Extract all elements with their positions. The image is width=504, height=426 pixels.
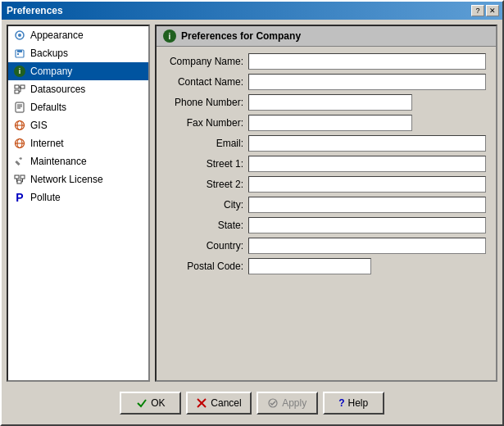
ok-label: OK xyxy=(151,397,165,409)
fax-number-label: Fax Number: xyxy=(166,117,248,129)
cancel-icon xyxy=(196,397,207,409)
main-area: Appearance Backups i Company xyxy=(7,25,497,382)
sidebar-item-network-license[interactable]: Network License xyxy=(8,170,148,188)
help-title-button[interactable]: ? xyxy=(471,5,484,16)
street1-input[interactable] xyxy=(248,156,486,172)
svg-rect-23 xyxy=(20,175,25,179)
email-label: Email: xyxy=(166,138,248,149)
backups-icon xyxy=(13,47,26,60)
sidebar-item-backups[interactable]: Backups xyxy=(8,44,148,62)
contact-name-label: Contact Name: xyxy=(166,76,248,88)
company-name-row: Company Name: xyxy=(166,53,486,70)
sidebar-label-datasources: Datasources xyxy=(30,84,85,95)
state-input[interactable] xyxy=(248,217,486,233)
phone-number-row: Phone Number: xyxy=(166,94,486,111)
title-bar-buttons: ? ✕ xyxy=(471,5,499,16)
fax-number-row: Fax Number: xyxy=(166,115,486,131)
datasources-icon xyxy=(13,83,26,96)
panel-header: i Preferences for Company xyxy=(157,26,496,47)
svg-rect-21 xyxy=(15,161,20,165)
sidebar-label-internet: Internet xyxy=(30,138,64,149)
info-icon: i xyxy=(163,29,176,43)
apply-icon xyxy=(267,397,279,409)
svg-rect-7 xyxy=(15,90,19,93)
gis-icon xyxy=(13,119,26,132)
svg-rect-6 xyxy=(20,85,25,88)
street2-label: Street 2: xyxy=(166,179,248,190)
contact-name-input[interactable] xyxy=(248,74,486,90)
svg-rect-3 xyxy=(17,50,22,52)
internet-icon xyxy=(13,137,26,150)
street1-row: Street 1: xyxy=(166,156,486,172)
defaults-icon xyxy=(13,101,26,114)
email-input[interactable] xyxy=(248,135,486,152)
close-title-button[interactable]: ✕ xyxy=(486,5,499,16)
sidebar-item-gis[interactable]: GIS xyxy=(8,116,148,134)
sidebar-item-pollute[interactable]: P Pollute xyxy=(8,188,148,206)
ok-icon xyxy=(136,397,148,409)
appearance-icon xyxy=(13,29,26,42)
sidebar-item-defaults[interactable]: Defaults xyxy=(8,98,148,116)
cancel-button[interactable]: Cancel xyxy=(186,392,251,415)
panel-header-icon: i xyxy=(163,29,176,43)
city-input[interactable] xyxy=(248,197,486,213)
panel-header-title: Preferences for Company xyxy=(181,30,301,42)
country-label: Country: xyxy=(166,240,248,252)
pollute-icon: P xyxy=(13,191,26,204)
company-name-label: Company Name: xyxy=(166,56,248,67)
street2-input[interactable] xyxy=(248,176,486,193)
right-panel: i Preferences for Company Company Name: … xyxy=(155,25,497,382)
ok-button[interactable]: OK xyxy=(120,392,181,415)
apply-label: Apply xyxy=(282,397,306,409)
contact-name-row: Contact Name: xyxy=(166,74,486,90)
svg-rect-11 xyxy=(16,102,24,112)
country-input[interactable] xyxy=(248,238,486,254)
country-row: Country: xyxy=(166,238,486,254)
sidebar-label-defaults: Defaults xyxy=(30,102,66,113)
sidebar: Appearance Backups i Company xyxy=(7,25,150,382)
sidebar-label-maintenance: Maintenance xyxy=(30,156,87,167)
svg-rect-5 xyxy=(15,85,19,88)
street2-row: Street 2: xyxy=(166,176,486,193)
svg-rect-22 xyxy=(15,175,19,179)
svg-rect-24 xyxy=(17,180,21,184)
title-bar: Preferences ? ✕ xyxy=(2,2,502,20)
sidebar-item-internet[interactable]: Internet xyxy=(8,134,148,152)
help-label: Help xyxy=(348,397,369,409)
company-name-input[interactable] xyxy=(248,53,486,70)
phone-number-input[interactable] xyxy=(248,94,412,111)
network-license-icon xyxy=(13,173,26,186)
postal-code-row: Postal Code: xyxy=(166,258,486,274)
window-content: Appearance Backups i Company xyxy=(2,20,502,424)
svg-rect-4 xyxy=(17,53,19,55)
help-icon-text: ? xyxy=(338,397,344,409)
sidebar-item-maintenance[interactable]: Maintenance xyxy=(8,152,148,170)
sidebar-label-company: Company xyxy=(30,66,72,77)
sidebar-label-appearance: Appearance xyxy=(30,29,84,41)
sidebar-item-datasources[interactable]: Datasources xyxy=(8,80,148,98)
maintenance-icon xyxy=(13,155,26,168)
state-label: State: xyxy=(166,220,248,231)
state-row: State: xyxy=(166,217,486,233)
street1-label: Street 1: xyxy=(166,158,248,170)
sidebar-item-company[interactable]: i Company xyxy=(8,62,148,80)
phone-number-label: Phone Number: xyxy=(166,97,248,108)
sidebar-item-appearance[interactable]: Appearance xyxy=(8,26,148,44)
cancel-label: Cancel xyxy=(211,397,241,409)
fax-number-input[interactable] xyxy=(248,115,412,131)
city-label: City: xyxy=(166,199,248,211)
postal-code-label: Postal Code: xyxy=(166,261,248,272)
postal-code-input[interactable] xyxy=(248,258,371,274)
form-area: Company Name: Contact Name: Phone Number… xyxy=(157,47,496,380)
email-row: Email: xyxy=(166,135,486,152)
preferences-window: Preferences ? ✕ Appearance xyxy=(0,0,504,426)
footer-buttons: OK Cancel Apply ? Help xyxy=(7,387,497,419)
svg-point-1 xyxy=(18,34,21,37)
sidebar-label-network-license: Network License xyxy=(30,174,103,185)
sidebar-label-backups: Backups xyxy=(30,48,68,59)
window-title: Preferences xyxy=(7,5,63,16)
sidebar-label-pollute: Pollute xyxy=(30,192,61,203)
company-icon: i xyxy=(13,65,26,78)
help-button[interactable]: ? Help xyxy=(323,392,384,415)
apply-button[interactable]: Apply xyxy=(257,392,318,415)
